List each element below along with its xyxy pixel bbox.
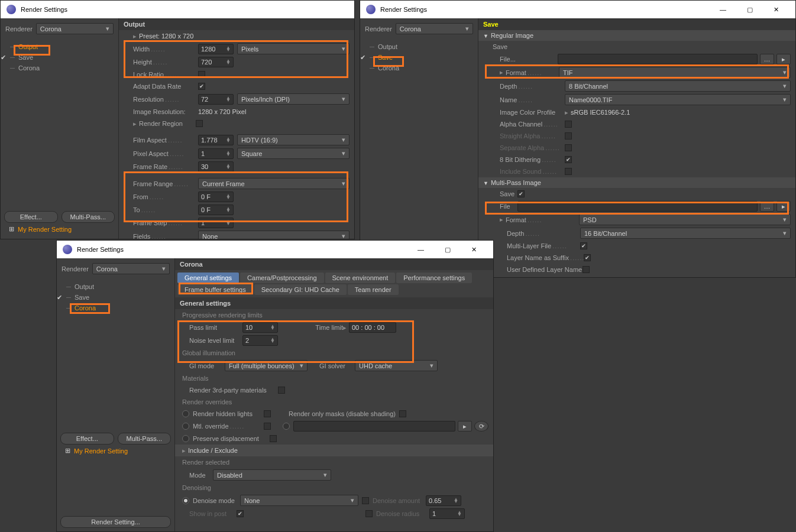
mp-format-dropdown[interactable]: PSD bbox=[579, 214, 791, 225]
from-input[interactable]: 0 F▲▼ bbox=[198, 192, 234, 202]
region-checkbox[interactable] bbox=[196, 120, 203, 127]
tab-scene[interactable]: Scene environment bbox=[325, 273, 396, 283]
mp-depth-dropdown[interactable]: 16 Bit/Channel bbox=[580, 228, 791, 239]
maximize-button[interactable]: ▢ bbox=[434, 241, 461, 258]
tree-corona[interactable]: Corona bbox=[57, 303, 174, 313]
width-input[interactable]: 1280▲▼ bbox=[198, 44, 234, 54]
mode-dropdown[interactable]: Disabled bbox=[213, 469, 331, 481]
mp-save-checkbox[interactable]: ✔ bbox=[517, 190, 525, 197]
res-input[interactable]: 72▲▼ bbox=[198, 94, 234, 105]
rhl-radio[interactable] bbox=[182, 410, 189, 417]
mp-file-input[interactable] bbox=[517, 201, 758, 212]
mtlo-input[interactable] bbox=[293, 421, 455, 432]
mp-lns-checkbox[interactable]: ✔ bbox=[584, 254, 591, 261]
file-browse-button[interactable]: … bbox=[760, 54, 774, 64]
film-unit-dropdown[interactable]: HDTV (16:9) bbox=[237, 134, 350, 145]
height-input[interactable]: 720▲▼ bbox=[198, 57, 234, 67]
effect-button[interactable]: Effect... bbox=[4, 211, 58, 223]
renderer-dropdown[interactable]: Corona bbox=[92, 263, 170, 274]
renderer-dropdown[interactable]: Corona bbox=[396, 23, 473, 34]
multipass-button[interactable]: Multi-Pass... bbox=[62, 211, 115, 223]
dither-checkbox[interactable]: ✔ bbox=[565, 156, 572, 163]
icp-value[interactable]: sRGB IEC61966-2.1 bbox=[571, 109, 630, 116]
mp-file-play-button[interactable]: ▸ bbox=[776, 201, 791, 212]
dnmode-checkbox[interactable] bbox=[362, 497, 369, 504]
renderer-dropdown[interactable]: Corona bbox=[36, 23, 114, 34]
depth-dropdown[interactable]: 8 Bit/Channel bbox=[565, 80, 791, 92]
file-input[interactable] bbox=[558, 54, 758, 64]
pass-input[interactable]: 10▲▼ bbox=[242, 322, 278, 333]
pdisp-checkbox[interactable] bbox=[270, 435, 277, 442]
preset-label[interactable]: Preset: 1280 x 720 bbox=[139, 33, 193, 40]
tree-save[interactable]: ✔Save bbox=[1, 52, 118, 63]
mtlo-play-button[interactable]: ▸ bbox=[458, 421, 472, 432]
mp-file-label: File bbox=[500, 203, 517, 210]
pixel-input[interactable]: 1▲▼ bbox=[198, 148, 234, 159]
regular-image-header[interactable]: Regular Image bbox=[478, 30, 795, 41]
tab-general[interactable]: General settings bbox=[177, 273, 239, 283]
tree-save[interactable]: ✔Save bbox=[360, 52, 478, 63]
tab-team[interactable]: Team render bbox=[348, 284, 399, 295]
frange-dropdown[interactable]: Current Frame bbox=[198, 178, 350, 189]
rhl-checkbox[interactable] bbox=[264, 410, 271, 417]
pixel-unit-dropdown[interactable]: Square bbox=[237, 148, 350, 159]
fields-dropdown[interactable]: None bbox=[198, 231, 350, 239]
width-unit-dropdown[interactable]: Pixels bbox=[237, 43, 350, 54]
format-dropdown[interactable]: TIF bbox=[559, 67, 791, 78]
tree-corona[interactable]: Corona bbox=[1, 63, 118, 73]
multipass-button[interactable]: Multi-Pass... bbox=[118, 433, 172, 445]
tree-output[interactable]: Output bbox=[1, 41, 118, 52]
tree-save[interactable]: ✔Save bbox=[57, 292, 174, 303]
close-button[interactable]: ✕ bbox=[461, 241, 487, 258]
frate-input[interactable]: 30▲▼ bbox=[198, 161, 234, 172]
noise-input[interactable]: 2▲▼ bbox=[242, 335, 278, 346]
fstep-input[interactable]: 1▲▼ bbox=[198, 218, 234, 228]
mtlo-checkbox[interactable] bbox=[264, 423, 271, 430]
mtlo-radio[interactable] bbox=[182, 423, 189, 430]
gimode-dropdown[interactable]: Full (multiple bounces) bbox=[225, 360, 308, 371]
tab-perf[interactable]: Performance settings bbox=[396, 273, 472, 283]
tab-camera[interactable]: Camera/Postprocessing bbox=[240, 273, 323, 283]
mp-format-expand-icon[interactable]: ▸ bbox=[500, 216, 503, 223]
res-unit-dropdown[interactable]: Pixels/Inch (DPI) bbox=[237, 93, 350, 105]
my-render-setting[interactable]: ⊞My Render Setting bbox=[60, 445, 171, 457]
gisolver-dropdown[interactable]: UHD cache bbox=[355, 360, 438, 371]
effect-button[interactable]: Effect... bbox=[60, 433, 114, 445]
r3rd-checkbox[interactable] bbox=[278, 387, 285, 394]
adapt-checkbox[interactable]: ✔ bbox=[198, 83, 205, 90]
close-button[interactable]: ✕ bbox=[763, 1, 789, 18]
tree-output[interactable]: Output bbox=[57, 281, 174, 292]
minimize-button[interactable]: — bbox=[407, 241, 434, 258]
mp-file-browse-button[interactable]: … bbox=[760, 201, 774, 212]
time-input[interactable]: 00 : 00 : 00 bbox=[349, 322, 396, 333]
minimize-button[interactable]: — bbox=[710, 1, 736, 18]
format-expand-icon[interactable]: ▸ bbox=[500, 69, 503, 76]
to-input[interactable]: 0 F▲▼ bbox=[198, 205, 234, 215]
region-expand-icon[interactable]: ▸ bbox=[133, 120, 137, 128]
mtlo-on-radio[interactable] bbox=[283, 423, 290, 430]
multipass-image-header[interactable]: Multi-Pass Image bbox=[478, 177, 795, 188]
mtlo-refresh-button[interactable]: ⟳ bbox=[474, 421, 488, 432]
maximize-button[interactable]: ▢ bbox=[736, 1, 763, 18]
mp-mlf-checkbox[interactable]: ✔ bbox=[580, 242, 587, 249]
incexc-label[interactable]: Include / Exclude bbox=[188, 447, 238, 454]
mp-udln-checkbox[interactable] bbox=[583, 266, 590, 273]
rom-checkbox[interactable] bbox=[399, 410, 406, 417]
incexc-expand-icon[interactable]: ▸ bbox=[182, 447, 186, 455]
tree-output[interactable]: Output bbox=[360, 41, 478, 52]
my-render-setting[interactable]: ⊞My Render Setting bbox=[4, 223, 115, 235]
alpha-checkbox[interactable] bbox=[565, 121, 572, 128]
dnrad-check[interactable] bbox=[365, 510, 373, 517]
expand-icon[interactable]: ▸ bbox=[133, 33, 137, 40]
film-input[interactable]: 1.778▲▼ bbox=[198, 135, 234, 145]
file-play-button[interactable]: ▸ bbox=[776, 54, 791, 64]
tab-fb[interactable]: Frame buffer settings bbox=[177, 284, 253, 295]
render-setting-button[interactable]: Render Setting... bbox=[60, 516, 171, 528]
tab-gi[interactable]: Secondary GI: UHD Cache bbox=[254, 284, 347, 295]
lockratio-checkbox[interactable] bbox=[198, 71, 205, 78]
dnmode-dropdown[interactable]: None bbox=[240, 495, 358, 506]
name-dropdown[interactable]: Name0000.TIF bbox=[565, 94, 791, 105]
dnmode-radio[interactable] bbox=[182, 497, 189, 504]
pdisp-radio[interactable] bbox=[182, 435, 189, 442]
tree-corona[interactable]: Corona bbox=[360, 63, 478, 73]
